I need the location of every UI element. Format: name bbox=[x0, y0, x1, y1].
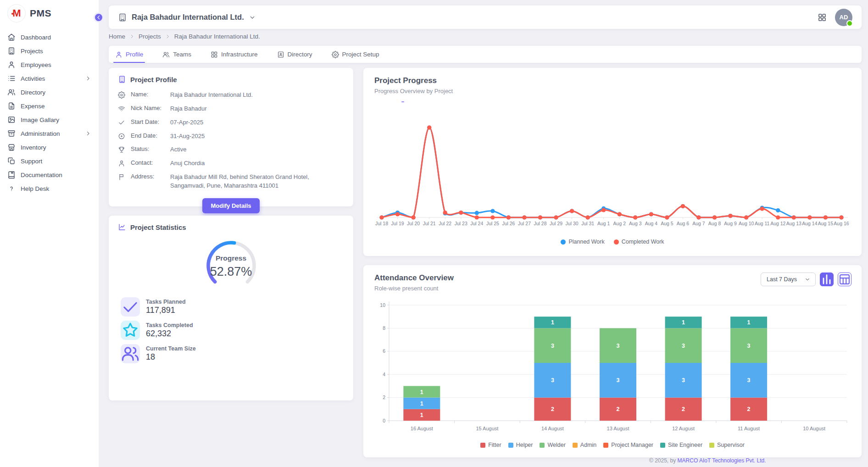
footer-company-link[interactable]: MARCO AIoT Technologies Pvt. Ltd. bbox=[678, 457, 766, 464]
sidebar-item-icon bbox=[7, 184, 16, 193]
sidebar-item-directory[interactable]: Directory bbox=[0, 85, 99, 99]
svg-text:2: 2 bbox=[747, 406, 751, 412]
Project Manager[interactable]: Project Manager bbox=[603, 442, 653, 448]
sidebar-item-help-desk[interactable]: Help Desk bbox=[0, 182, 99, 195]
breadcrumb-link[interactable]: Projects bbox=[139, 33, 161, 40]
sidebar-item-activities[interactable]: Activities bbox=[0, 72, 99, 85]
legend-label: Supervisor bbox=[717, 442, 745, 448]
date-range-select[interactable]: Last 7 Days bbox=[761, 272, 816, 286]
sidebar-item-documentation[interactable]: Documentation bbox=[0, 168, 99, 182]
sidebar-item-label: Administration bbox=[21, 130, 60, 137]
Fitter[interactable]: Fitter bbox=[480, 442, 501, 448]
svg-text:0: 0 bbox=[383, 418, 385, 423]
tab-profile[interactable]: Profile bbox=[115, 46, 143, 63]
sidebar-item-image-gallary[interactable]: Image Gallary bbox=[0, 113, 99, 127]
statistic-value: 62,332 bbox=[146, 329, 193, 339]
field-value: 31-Aug-2025 bbox=[170, 132, 344, 141]
project-statistics-title: Project Statistics bbox=[130, 223, 186, 231]
chart-line-icon bbox=[118, 223, 126, 231]
project-profile-header: Project Profile bbox=[109, 68, 353, 83]
statistic-row-tasks-completed: Tasks Completed 62,332 bbox=[121, 321, 341, 340]
project-progress-title: Project Progress bbox=[363, 68, 862, 85]
legend-label: Project Manager bbox=[611, 442, 653, 448]
svg-text:12 August: 12 August bbox=[672, 426, 695, 431]
statistic-icon bbox=[121, 297, 140, 317]
Welder[interactable]: Welder bbox=[540, 442, 565, 448]
svg-text:11 August: 11 August bbox=[738, 426, 760, 431]
svg-text:Jul 23: Jul 23 bbox=[455, 221, 467, 226]
tab-teams[interactable]: Teams bbox=[162, 46, 191, 63]
tab-infrastructure[interactable]: Infrastructure bbox=[211, 46, 258, 63]
tab-directory[interactable]: Directory bbox=[277, 46, 312, 63]
svg-text:Jul 29: Jul 29 bbox=[550, 221, 562, 226]
sidebar-item-inventory[interactable]: Inventory bbox=[0, 140, 99, 154]
legend-label: Planned Work bbox=[568, 239, 604, 245]
Helper[interactable]: Helper bbox=[508, 442, 533, 448]
logo-letter: M bbox=[12, 7, 20, 19]
Supervisor[interactable]: Supervisor bbox=[709, 442, 745, 448]
breadcrumb-link[interactable]: Home bbox=[109, 33, 125, 40]
svg-text:16 August: 16 August bbox=[411, 426, 433, 431]
tab-label: Project Setup bbox=[342, 51, 379, 58]
apps-grid-icon[interactable] bbox=[818, 13, 827, 22]
sidebar-item-projects[interactable]: Projects bbox=[0, 44, 99, 58]
svg-text:3: 3 bbox=[682, 377, 685, 384]
company-building-icon bbox=[118, 13, 127, 22]
company-selector-label[interactable]: Raja Bahadur International Ltd. bbox=[132, 13, 244, 22]
Completed Work[interactable]: Completed Work bbox=[614, 239, 664, 245]
tab-project-setup[interactable]: Project Setup bbox=[332, 46, 379, 63]
sidebar-item-employees[interactable]: Employees bbox=[0, 58, 99, 72]
Site Engineer[interactable]: Site Engineer bbox=[660, 442, 702, 448]
time-range-buttons bbox=[363, 95, 862, 102]
statistic-value: 117,891 bbox=[146, 306, 186, 315]
sidebar-collapse-button[interactable] bbox=[94, 12, 104, 22]
field-label: Start Date: bbox=[131, 118, 170, 125]
attendance-controls: Last 7 Days bbox=[761, 272, 851, 286]
attendance-bar-chart: 024681011116 August15 August233114 Augus… bbox=[373, 297, 851, 435]
svg-text:Aug 7: Aug 7 bbox=[692, 221, 705, 226]
profile-actions: Modify Details bbox=[109, 198, 353, 213]
Admin[interactable]: Admin bbox=[573, 442, 596, 448]
project-profile-title: Project Profile bbox=[130, 76, 177, 83]
svg-text:Aug 12: Aug 12 bbox=[770, 221, 785, 226]
tab-bar: Profile Teams Infrastructure Directory P… bbox=[109, 46, 862, 63]
sidebar-item-expense[interactable]: Expense bbox=[0, 99, 99, 113]
tab-icon bbox=[211, 51, 218, 58]
avatar[interactable]: AD bbox=[835, 9, 852, 26]
modify-details-button[interactable]: Modify Details bbox=[202, 198, 259, 213]
chevron-right-icon bbox=[129, 33, 135, 39]
app-logo[interactable]: M PMS bbox=[0, 0, 99, 27]
svg-text:Aug 6: Aug 6 bbox=[677, 221, 690, 226]
table-icon bbox=[838, 273, 851, 286]
chevron-left-icon bbox=[95, 14, 102, 21]
sidebar-item-label: Employees bbox=[21, 61, 51, 68]
svg-text:3: 3 bbox=[551, 377, 554, 384]
tab-icon bbox=[277, 51, 284, 58]
svg-text:Aug 1: Aug 1 bbox=[597, 221, 610, 226]
tab-icon bbox=[332, 51, 339, 58]
field-icon bbox=[118, 133, 125, 140]
sidebar-item-dashboard[interactable]: Dashboard bbox=[0, 30, 99, 44]
tab-label: Profile bbox=[126, 51, 143, 58]
top-header-bar: Raja Bahadur International Ltd. AD bbox=[109, 6, 862, 29]
svg-text:Aug 10: Aug 10 bbox=[739, 221, 754, 226]
profile-field-row-status: Status: Active bbox=[118, 145, 344, 154]
sidebar-item-support[interactable]: Support bbox=[0, 154, 99, 168]
legend-swatch bbox=[660, 443, 665, 448]
statistic-label: Current Team Size bbox=[146, 345, 196, 352]
bar-chart-view-button[interactable] bbox=[820, 272, 834, 286]
sidebar-item-icon bbox=[7, 116, 16, 124]
tab-label: Infrastructure bbox=[221, 51, 258, 58]
table-view-button[interactable] bbox=[838, 272, 851, 286]
breadcrumb-link[interactable]: Raja Bahadur International Ltd. bbox=[174, 33, 260, 40]
chevron-down-icon[interactable] bbox=[249, 14, 256, 21]
sidebar-item-administration[interactable]: Administration bbox=[0, 127, 99, 140]
field-label: Contact: bbox=[131, 159, 170, 166]
statistic-row-tasks-planned: Tasks Planned 117,891 bbox=[121, 297, 341, 317]
sidebar-item-icon bbox=[7, 129, 16, 138]
Planned Work[interactable]: Planned Work bbox=[561, 239, 604, 245]
sidebar-item-icon bbox=[7, 171, 16, 179]
svg-text:Aug 2: Aug 2 bbox=[613, 221, 626, 226]
svg-text:Aug 4: Aug 4 bbox=[645, 221, 658, 226]
field-icon bbox=[118, 160, 125, 167]
